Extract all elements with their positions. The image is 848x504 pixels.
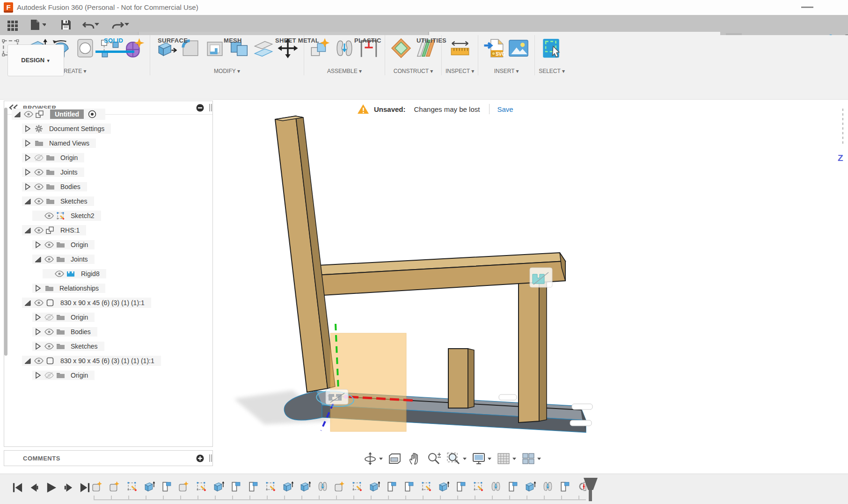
visibility-eye-icon[interactable] [34, 169, 44, 175]
tree-item-label[interactable]: Origin [71, 314, 88, 321]
expander-closed-icon[interactable] [33, 328, 43, 336]
expander-open-icon[interactable] [23, 299, 32, 307]
expander-closed-icon[interactable] [23, 154, 32, 161]
timeline-feature-extrude-icon[interactable] [525, 481, 536, 493]
joint-badge[interactable] [530, 268, 552, 287]
tree-row-relationships[interactable]: Relationships [32, 281, 105, 295]
group-label[interactable]: SELECT ▾ [539, 68, 565, 74]
visibility-eye-icon[interactable] [34, 183, 44, 190]
expander-closed-icon[interactable] [33, 285, 43, 292]
plane-angle-icon[interactable] [389, 37, 413, 60]
visibility-eye-off-icon[interactable] [34, 154, 44, 161]
tree-item-label[interactable]: Origin [71, 241, 88, 248]
visibility-eye-off-icon[interactable] [44, 372, 54, 379]
tree-row-origin[interactable]: Origin [32, 237, 95, 252]
step-back-icon[interactable] [28, 482, 41, 496]
tree-item-label[interactable]: Sketches [60, 197, 88, 205]
timeline-feature-joint-icon[interactable] [542, 481, 554, 493]
tree-row-origin[interactable]: Origin [32, 310, 95, 324]
joint-origin-glyph[interactable] [326, 389, 348, 404]
expander-closed-icon[interactable] [33, 314, 43, 321]
timeline-feature-flag-icon[interactable] [161, 481, 173, 493]
timeline-feature-extrude-icon[interactable] [369, 481, 380, 493]
expander-open-icon[interactable] [23, 197, 32, 205]
timeline-feature-sketch-icon[interactable] [265, 481, 277, 493]
tree-row-830-x-90-x-45-6-3-1-1-1-1[interactable]: 830 x 90 x 45 (6) (3) (1) (1) (1):1 [22, 353, 161, 368]
group-label[interactable]: MODIFY ▾ [214, 68, 240, 74]
timeline-feature-flag-icon[interactable] [507, 481, 519, 493]
tree-row-named-views[interactable]: Named Views [22, 136, 96, 150]
ribbon-tab-sheet-metal[interactable]: SHEET METAL [275, 37, 319, 44]
tree-item-label[interactable]: Bodies [71, 328, 91, 336]
app-grid-icon[interactable] [7, 19, 19, 31]
workspace-selector[interactable]: DESIGN ▼ [7, 44, 64, 76]
tree-row-bodies[interactable]: Bodies [22, 179, 87, 194]
zoom-icon[interactable] [427, 451, 442, 466]
tree-item-label[interactable]: Bodies [60, 183, 80, 190]
tree-item-label[interactable]: Untitled [50, 110, 84, 119]
ribbon-tab-plastic[interactable]: PLASTIC [354, 37, 381, 44]
timeline-feature-extrude-icon[interactable] [438, 481, 450, 493]
visibility-eye-icon[interactable] [44, 343, 54, 350]
tree-row-joints[interactable]: Joints [22, 165, 84, 179]
tree-item-label[interactable]: Relationships [59, 285, 99, 292]
sketch-profile-overlay[interactable] [330, 333, 406, 431]
expander-closed-icon[interactable] [33, 241, 43, 248]
expander-open-icon[interactable] [23, 226, 32, 234]
timeline-feature-flag-icon[interactable] [455, 481, 467, 493]
visibility-eye-icon[interactable] [34, 299, 44, 306]
skip-to-end-icon[interactable] [79, 482, 91, 496]
tree-row-untitled[interactable]: Untitled [12, 107, 105, 121]
tree-row-bodies[interactable]: Bodies [32, 324, 97, 339]
timeline-feature-sketch-icon[interactable] [351, 481, 363, 493]
group-label[interactable]: CONSTRUCT ▾ [394, 68, 433, 74]
minimize-button[interactable] [801, 7, 813, 8]
timeline-feature-flag-icon[interactable] [559, 481, 571, 493]
tree-item-label[interactable]: RHS:1 [60, 226, 80, 234]
timeline-feature-sketch-icon[interactable] [473, 481, 484, 493]
tree-item-label[interactable]: 830 x 90 x 45 (6) (3) (1) (1) (1):1 [60, 357, 154, 365]
expander-open-icon[interactable] [23, 357, 32, 365]
browser-scrollbar[interactable] [4, 108, 7, 356]
skip-to-start-icon[interactable] [11, 482, 24, 496]
expander-open-icon[interactable] [33, 256, 43, 263]
visibility-eye-icon[interactable] [24, 111, 33, 117]
tree-row-rhs-1[interactable]: RHS:1 [22, 223, 86, 237]
expander-closed-icon[interactable] [33, 343, 43, 350]
visibility-eye-icon[interactable] [44, 329, 54, 335]
expander-closed-icon[interactable] [33, 372, 43, 379]
visibility-eye-icon[interactable] [34, 198, 44, 205]
ribbon-tab-surface[interactable]: SURFACE [158, 37, 188, 44]
grid-icon[interactable] [496, 451, 516, 466]
display-settings-icon[interactable] [471, 451, 491, 466]
add-comment-icon[interactable] [196, 454, 204, 462]
viewports-icon[interactable] [521, 451, 541, 466]
tree-item-label[interactable]: Origin [60, 154, 78, 161]
fit-icon[interactable] [446, 451, 467, 466]
timeline-feature-component-icon[interactable] [109, 481, 121, 493]
tree-item-label[interactable]: Joints [71, 256, 88, 263]
tree-item-label[interactable]: Sketch2 [71, 212, 95, 219]
visibility-eye-icon[interactable] [55, 270, 64, 277]
tree-row-origin[interactable]: Origin [32, 368, 95, 382]
timeline-feature-joint-icon[interactable] [490, 481, 502, 493]
tree-row-origin[interactable]: Origin [22, 150, 84, 165]
tree-item-label[interactable]: Joints [60, 168, 78, 176]
undo-icon[interactable] [82, 19, 94, 31]
tree-item-label[interactable]: Sketches [71, 343, 98, 350]
visibility-eye-icon[interactable] [44, 256, 54, 263]
expander-closed-icon[interactable] [23, 125, 32, 132]
look-at-icon[interactable] [387, 451, 402, 466]
timeline-ruler[interactable] [94, 496, 586, 500]
form-icon[interactable] [122, 37, 146, 60]
visibility-eye-icon[interactable] [44, 241, 54, 248]
expander-closed-icon[interactable] [23, 168, 32, 176]
canvas-icon[interactable] [506, 37, 531, 60]
tree-row-joints[interactable]: Joints [32, 252, 95, 266]
timeline-feature-sketch-icon[interactable] [421, 481, 432, 493]
step-forward-icon[interactable] [62, 482, 74, 496]
timeline-feature-extrude-icon[interactable] [300, 481, 311, 493]
expander-closed-icon[interactable] [23, 139, 32, 147]
tree-item-label[interactable]: Named Views [49, 139, 89, 147]
timeline-feature-sketch-icon[interactable] [196, 481, 207, 493]
